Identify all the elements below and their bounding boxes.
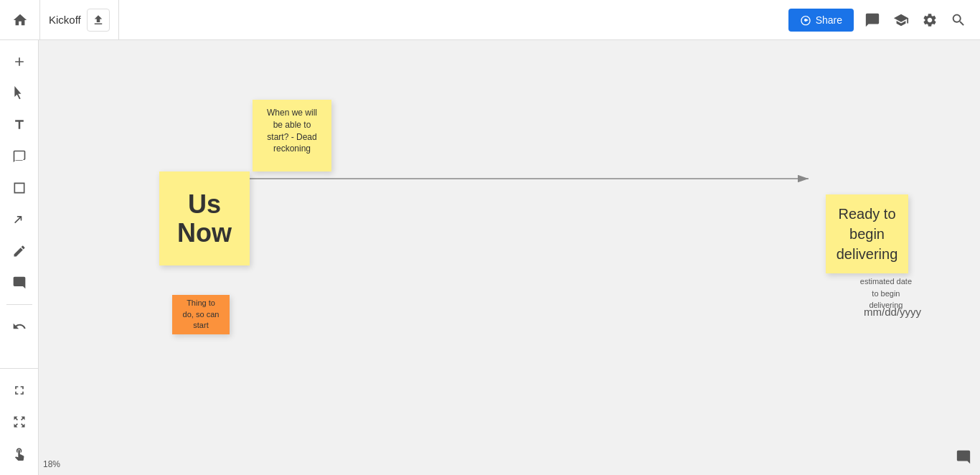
topbar: Kickoff Share <box>0 0 980 40</box>
hand-tool[interactable] <box>5 439 34 468</box>
sticky-note-thing-to-do[interactable]: Thing to do, so can start <box>172 295 230 334</box>
date-input[interactable]: mm/dd/yyyy <box>864 306 921 318</box>
canvas[interactable]: Us Now When we will be able to start? - … <box>39 40 980 475</box>
sticky-ready-to-begin-text: Ready to begin delivering <box>834 204 900 264</box>
doc-title[interactable]: Kickoff <box>49 14 81 26</box>
comment-tool[interactable] <box>5 268 34 297</box>
toolbar-separator-1 <box>6 304 32 305</box>
expand-tool[interactable] <box>5 408 34 436</box>
upload-button[interactable] <box>87 9 110 32</box>
rectangle-tool[interactable] <box>5 174 34 202</box>
cursor-tool[interactable] <box>5 79 34 108</box>
topbar-right: Share <box>788 9 980 32</box>
pen-tool[interactable] <box>5 237 34 265</box>
search-icon-button[interactable] <box>948 10 969 30</box>
text-tool[interactable] <box>5 110 34 139</box>
undo-tool[interactable] <box>5 312 34 341</box>
sticky-thing-to-do-text: Thing to do, so can start <box>181 298 221 331</box>
sticky-note-ready-to-begin[interactable]: Ready to begin delivering <box>826 194 908 273</box>
fit-screen-tool[interactable] <box>5 376 34 405</box>
doc-title-area: Kickoff <box>40 0 119 40</box>
zoom-level: 18% <box>43 459 60 469</box>
bottom-right-comment-icon[interactable] <box>956 449 971 468</box>
share-button[interactable]: Share <box>788 9 854 32</box>
left-toolbar-bottom <box>0 368 39 475</box>
sticky-note-us-now[interactable]: Us Now <box>159 171 250 265</box>
sticky-us-now-text: Us Now <box>168 190 241 247</box>
settings-icon-button[interactable] <box>920 10 940 30</box>
share-label: Share <box>816 14 842 26</box>
sticky-note-tool[interactable] <box>5 142 34 171</box>
arrow-tool[interactable] <box>5 205 34 234</box>
sticky-dead-reckoning-text: When we will be able to start? - Dead re… <box>267 108 317 154</box>
graduation-icon-button[interactable] <box>891 10 911 30</box>
chat-icon-button[interactable] <box>862 10 882 30</box>
home-button[interactable] <box>0 0 40 40</box>
add-tool[interactable] <box>5 47 34 76</box>
sticky-note-dead-reckoning[interactable]: When we will be able to start? - Dead re… <box>253 100 331 171</box>
